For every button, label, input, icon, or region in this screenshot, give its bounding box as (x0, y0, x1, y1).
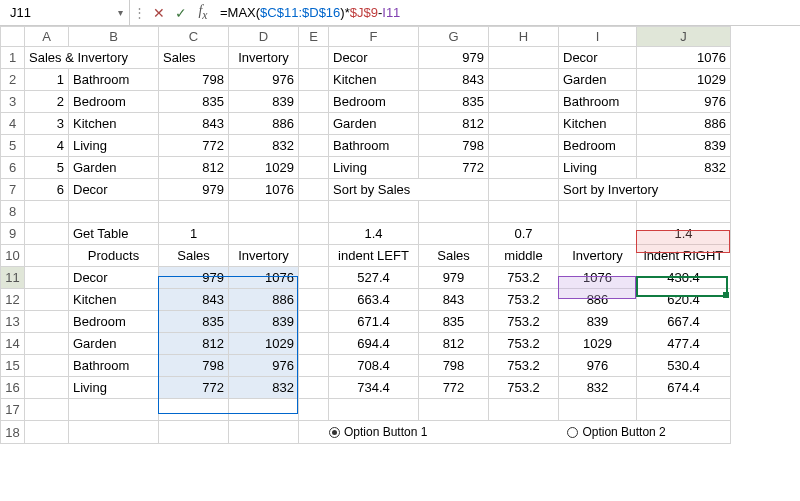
cell[interactable]: 6 (25, 179, 69, 201)
cell[interactable]: 798 (419, 135, 489, 157)
cell[interactable]: Garden (329, 113, 419, 135)
cell[interactable]: 832 (559, 377, 637, 399)
cell[interactable]: 753.2 (489, 377, 559, 399)
cell[interactable]: 753.2 (489, 289, 559, 311)
row-header[interactable]: 11 (1, 267, 25, 289)
row-header[interactable]: 10 (1, 245, 25, 267)
cell[interactable] (25, 377, 69, 399)
cell[interactable] (489, 47, 559, 69)
cell[interactable]: Bathroom (329, 135, 419, 157)
cell[interactable] (299, 311, 329, 333)
cell[interactable]: 979 (419, 47, 489, 69)
cell[interactable] (489, 91, 559, 113)
cell[interactable] (637, 201, 731, 223)
cell[interactable]: 2 (25, 91, 69, 113)
cell[interactable]: 477.4 (637, 333, 731, 355)
cell[interactable]: Sort by Invertory (559, 179, 731, 201)
cell[interactable]: 835 (159, 311, 229, 333)
cell[interactable]: Invertory (229, 47, 299, 69)
row-header[interactable]: 5 (1, 135, 25, 157)
cell[interactable]: Garden (69, 333, 159, 355)
option-button-2[interactable]: Option Button 2 (567, 425, 665, 439)
cell[interactable]: Decor (559, 47, 637, 69)
cell[interactable]: Living (559, 157, 637, 179)
cell[interactable]: 772 (419, 377, 489, 399)
cell[interactable]: Garden (559, 69, 637, 91)
cell[interactable]: 835 (419, 91, 489, 113)
cell[interactable]: 734.4 (329, 377, 419, 399)
row-header[interactable]: 2 (1, 69, 25, 91)
cell[interactable] (299, 267, 329, 289)
cell[interactable]: Living (69, 377, 159, 399)
col-header[interactable]: J (637, 27, 731, 47)
cell[interactable]: 5 (25, 157, 69, 179)
cell[interactable]: 671.4 (329, 311, 419, 333)
cell[interactable]: Invertory (229, 245, 299, 267)
cell[interactable]: 1076 (229, 179, 299, 201)
cell[interactable] (419, 399, 489, 421)
cell[interactable]: 812 (419, 333, 489, 355)
cell[interactable] (299, 399, 329, 421)
cell[interactable]: 772 (159, 377, 229, 399)
cell[interactable] (489, 113, 559, 135)
cell[interactable]: 667.4 (637, 311, 731, 333)
cell[interactable]: 3 (25, 113, 69, 135)
cell[interactable]: indent LEFT (329, 245, 419, 267)
cell[interactable]: 976 (229, 69, 299, 91)
cell[interactable]: 979 (159, 179, 229, 201)
cell[interactable]: 832 (229, 377, 299, 399)
col-header[interactable]: B (69, 27, 159, 47)
cell[interactable] (299, 91, 329, 113)
worksheet[interactable]: A B C D E F G H I J 1 Sales & Invertory … (0, 26, 800, 444)
cell[interactable] (159, 399, 229, 421)
cell[interactable]: 843 (159, 113, 229, 135)
cell[interactable]: 886 (559, 289, 637, 311)
cell[interactable] (419, 223, 489, 245)
cell[interactable]: 979 (419, 267, 489, 289)
cell[interactable] (489, 69, 559, 91)
col-header[interactable]: F (329, 27, 419, 47)
col-header[interactable]: H (489, 27, 559, 47)
cell[interactable]: 753.2 (489, 333, 559, 355)
cell[interactable] (299, 113, 329, 135)
cell[interactable]: 843 (419, 289, 489, 311)
cell[interactable]: 886 (637, 113, 731, 135)
cell[interactable]: 843 (419, 69, 489, 91)
cell[interactable] (559, 223, 637, 245)
row-header[interactable]: 16 (1, 377, 25, 399)
cell[interactable]: Kitchen (69, 113, 159, 135)
cell[interactable] (299, 201, 329, 223)
cell[interactable]: 1029 (229, 333, 299, 355)
cell[interactable]: 1.4 (637, 223, 731, 245)
col-header[interactable]: E (299, 27, 329, 47)
cell[interactable]: Bathroom (69, 355, 159, 377)
cell[interactable] (25, 267, 69, 289)
cell[interactable] (229, 399, 299, 421)
cell[interactable]: 839 (229, 311, 299, 333)
cell[interactable] (299, 69, 329, 91)
cell[interactable] (159, 201, 229, 223)
cell[interactable] (419, 201, 489, 223)
cell[interactable]: 832 (637, 157, 731, 179)
cell[interactable]: Bathroom (69, 69, 159, 91)
cell[interactable] (299, 289, 329, 311)
cell[interactable] (299, 157, 329, 179)
cell[interactable] (299, 377, 329, 399)
cell[interactable]: indent RIGHT (637, 245, 731, 267)
row-header[interactable]: 18 (1, 421, 25, 444)
cell[interactable]: Living (69, 135, 159, 157)
cell[interactable]: Invertory (559, 245, 637, 267)
cell[interactable]: 772 (419, 157, 489, 179)
cell[interactable]: 4 (25, 135, 69, 157)
cell[interactable]: Bedroom (329, 91, 419, 113)
cell[interactable]: Garden (69, 157, 159, 179)
row-header[interactable]: 6 (1, 157, 25, 179)
cell[interactable] (329, 399, 419, 421)
cell[interactable] (299, 333, 329, 355)
cell[interactable]: 843 (159, 289, 229, 311)
cell[interactable]: 1 (159, 223, 229, 245)
cell[interactable]: 798 (159, 69, 229, 91)
cell[interactable]: Option Button 1 Option Button 2 (299, 421, 731, 444)
cell[interactable] (229, 421, 299, 444)
cancel-icon[interactable]: ✕ (148, 5, 170, 21)
